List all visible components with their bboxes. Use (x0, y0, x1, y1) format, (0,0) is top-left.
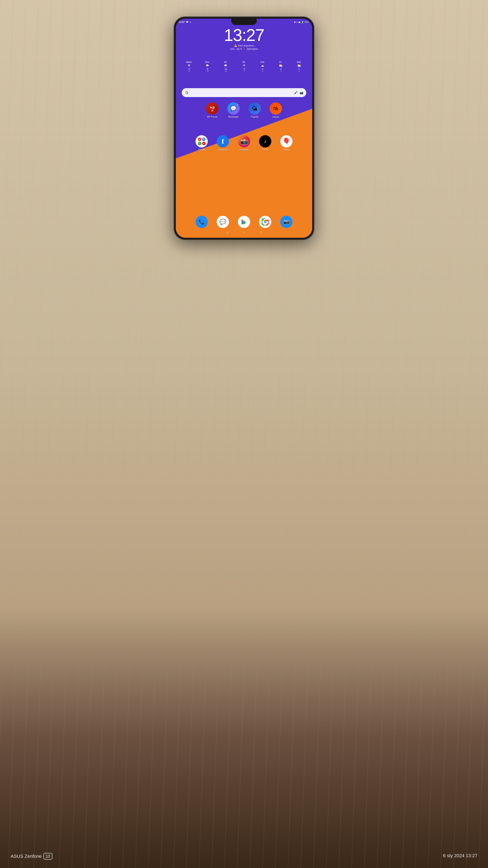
search-bar[interactable]: 🎤 📷 (182, 88, 306, 97)
google-g-logo (185, 91, 189, 95)
weather-day-2: WT. 🌧 -11 -15 (217, 61, 235, 72)
tiktok-note-icon: ♪ (264, 138, 266, 144)
facebook-label: Facebook (218, 149, 227, 151)
phone-handset-icon: 📞 (198, 219, 205, 225)
galeria-icon-img: 🎈 (280, 135, 293, 148)
wifi-icon: ▾ (296, 21, 298, 23)
messenger-notif-dot (237, 103, 239, 105)
app-icon-facebook[interactable]: f Facebook (212, 135, 233, 151)
messenger-status-icon: 💬 (186, 21, 188, 23)
battery-percent: 63% (304, 21, 309, 23)
app-icon-messenger[interactable]: 💬 Messenger (223, 102, 244, 118)
messenger-icon-img: 💬 (227, 102, 239, 115)
weather-day-3: ŚR. ☀ -5 -7 (235, 61, 253, 72)
location-status-icon: ⊕ (190, 21, 191, 23)
app-icon-google[interactable]: G M P ▶ Google (191, 135, 212, 151)
app-icon-zakupy[interactable]: 🛍 Zakupy (265, 102, 286, 118)
instagram-icon-img: 📸 (238, 135, 250, 148)
chrome-svg (262, 218, 269, 225)
wp-poczta-icon-img: wp ✉ (206, 102, 218, 115)
pogoda-label: Pogoda (251, 116, 258, 118)
lens-icon[interactable]: 📷 (300, 91, 303, 94)
sim-icon: ▣ (298, 21, 300, 23)
phone-app-icon: 📞 (195, 216, 208, 228)
app-icon-instagram[interactable]: 📸 Instagram (233, 135, 255, 151)
phone-screen: 13:27 💬 ⊕ ✱ ▾ ▣ 🔋 63% 13:27 ⚠️ Alert pog… (176, 19, 312, 238)
app-icon-tiktok[interactable]: ♪ TikTok (255, 135, 276, 151)
weather-forecast: NIEDZ. ❄ -4 -11 PON. 🌧 -8 -19 WT. 🌧 -11 (176, 61, 312, 72)
recents-button[interactable]: □ (260, 230, 262, 234)
galeria-label: Galeria (283, 149, 290, 151)
dock-phone[interactable]: 📞 (191, 216, 212, 228)
device-number-box: 10 (43, 853, 52, 860)
weather-day-5: PT. ⛅ -1 -6 (272, 61, 290, 72)
app-icon-wp-poczta[interactable]: wp ✉ WP Poczta (202, 102, 223, 118)
instagram-label: Instagram (239, 149, 249, 151)
app-icon-pogoda[interactable]: 🌤 Pogoda (244, 102, 265, 118)
back-button[interactable]: ◁ (226, 230, 229, 234)
svg-point-2 (264, 221, 266, 223)
weather-day-0: NIEDZ. ❄ -4 -11 (180, 61, 198, 72)
weather-day-4: CZW. ☁ -1 -6 (253, 61, 271, 72)
galeria-balloon-icon: 🎈 (282, 137, 291, 145)
messages-bubble-icon: 💬 (220, 219, 226, 225)
dock-play-store[interactable] (233, 216, 255, 228)
battery-icon: 🔋 (301, 21, 304, 23)
pogoda-icon-img: 🌤 (249, 102, 261, 115)
search-bar-icons: 🎤 📷 (294, 91, 303, 94)
google-grid: G M P ▶ (198, 137, 205, 145)
app-row-2: G M P ▶ Google f Facebook (176, 135, 312, 151)
photo-datetime: 6 sty 2024 13:27 (443, 853, 478, 860)
device-name-text: ASUS Zenfone (10, 854, 42, 859)
status-time: 13:27 (179, 21, 185, 23)
device-name-container: ASUS Zenfone 10 (10, 853, 52, 860)
zakupy-icon-img: 🛍 (270, 102, 282, 115)
wp-poczta-label: WP Poczta (207, 116, 217, 118)
weather-alert-text: Alert pogodowy (238, 44, 254, 47)
app-icon-galeria[interactable]: 🎈 Galeria (276, 135, 297, 151)
zakupy-label: Zakupy (272, 116, 280, 118)
photo-metadata: ASUS Zenfone 10 6 sty 2024 13:27 (0, 853, 488, 860)
camera-lens-icon: 📷 (284, 219, 289, 225)
tiktok-icon-img: ♪ (259, 135, 271, 148)
clock-widget: 13:27 ⚠️ Alert pogodowy sob., sty 6 📍 Ję… (176, 27, 312, 51)
maps-cell: M (202, 137, 206, 141)
google-label: Google (198, 149, 205, 151)
phone-notch (231, 19, 257, 25)
clock-date: sob., sty 6 📍 Jędrzejów (176, 48, 312, 51)
dock: 📞 💬 (176, 216, 312, 228)
status-right: ✱ ▾ ▣ 🔋 63% (294, 21, 309, 23)
phone-body: 13:27 💬 ⊕ ✱ ▾ ▣ 🔋 63% 13:27 ⚠️ Alert pog… (174, 17, 314, 240)
photos-cell: P (198, 142, 201, 145)
weather-day-6: SOB. ⛅ 1 -2 (290, 61, 308, 72)
camera-app-icon: 📷 (280, 216, 293, 228)
app-row-1: wp ✉ WP Poczta 💬 Messenger (176, 102, 312, 118)
screen-background (176, 19, 312, 238)
google-icon-img: G M P ▶ (195, 135, 208, 148)
play-store-svg (240, 218, 248, 225)
phone-wrapper: 13:27 💬 ⊕ ✱ ▾ ▣ 🔋 63% 13:27 ⚠️ Alert pog… (174, 17, 314, 240)
play-store-app-icon (238, 216, 250, 228)
alert-triangle-icon: ⚠️ (234, 44, 237, 47)
chrome-app-icon (259, 216, 271, 228)
microphone-icon[interactable]: 🎤 (294, 91, 298, 94)
gmail-cell: G (198, 137, 201, 141)
facebook-icon-img: f (217, 135, 229, 148)
youtube-cell: ▶ (202, 142, 206, 145)
facebook-f-letter: f (222, 137, 224, 145)
status-left: 13:27 💬 ⊕ (179, 21, 191, 23)
dock-camera[interactable]: 📷 (276, 216, 297, 228)
bluetooth-icon: ✱ (294, 21, 296, 23)
navigation-bar: ◁ ○ □ (176, 229, 312, 236)
dock-chrome[interactable] (255, 216, 276, 228)
instagram-camera-icon: 📸 (240, 138, 248, 145)
weather-day-1: PON. 🌧 -8 -19 (198, 61, 217, 72)
dock-messages[interactable]: 💬 (212, 216, 233, 228)
tiktok-label: TikTok (262, 149, 268, 151)
messenger-label: Messenger (228, 116, 238, 118)
home-button[interactable]: ○ (243, 230, 245, 234)
weather-alert: ⚠️ Alert pogodowy (176, 44, 312, 47)
clock-time: 13:27 (176, 27, 312, 44)
messages-app-icon: 💬 (217, 216, 229, 228)
